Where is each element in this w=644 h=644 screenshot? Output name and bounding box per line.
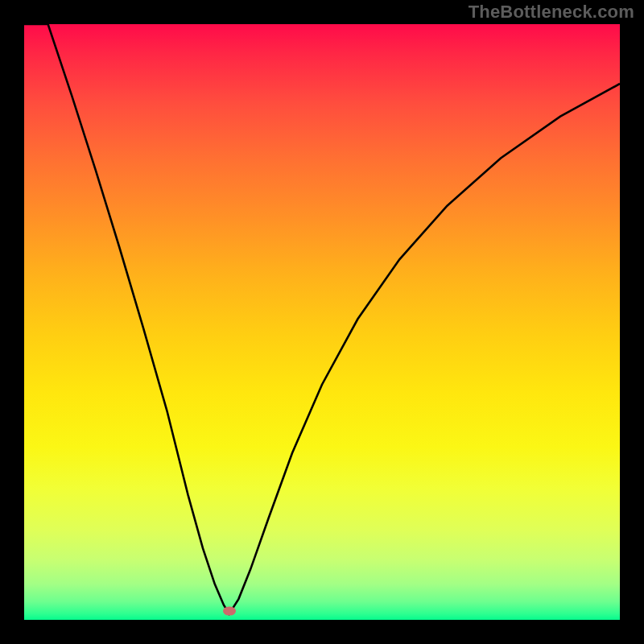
plot-area bbox=[24, 24, 620, 620]
optimum-marker bbox=[223, 606, 236, 615]
curve-path bbox=[24, 24, 620, 614]
watermark-text: TheBottleneck.com bbox=[469, 2, 634, 23]
mismatch-curve bbox=[24, 24, 620, 620]
chart-frame: TheBottleneck.com bbox=[0, 0, 644, 644]
